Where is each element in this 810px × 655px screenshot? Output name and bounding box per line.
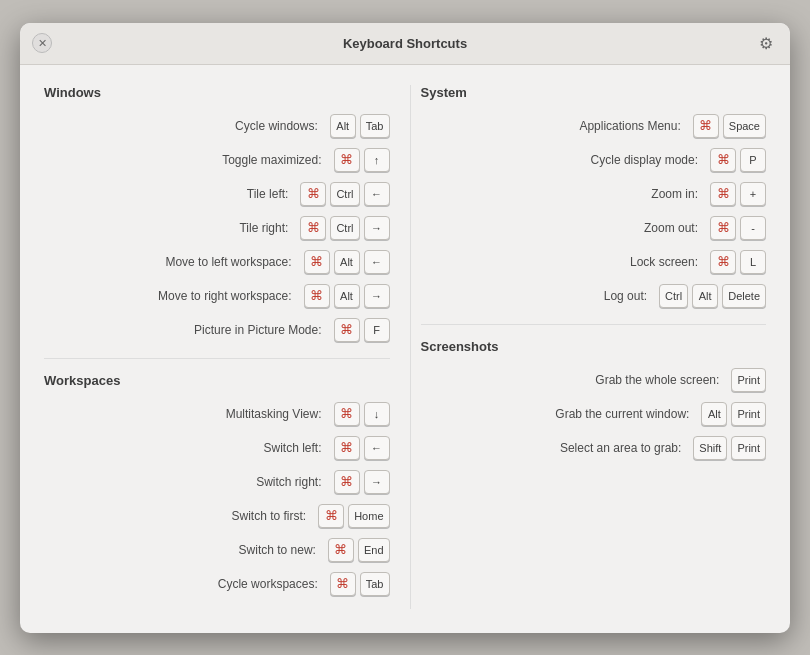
shortcut-switch-left: Switch left: ⌘ ← <box>44 436 390 460</box>
shortcut-tile-left: Tile left: ⌘ Ctrl ← <box>44 182 390 206</box>
key: → <box>364 216 390 240</box>
shortcut-label: Move to right workspace: <box>152 289 292 303</box>
key: + <box>740 182 766 206</box>
shortcut-label: Grab the current window: <box>549 407 689 421</box>
key: ⌘ <box>300 216 326 240</box>
shortcut-label: Multitasking View: <box>182 407 322 421</box>
screenshots-section-title: Screenshots <box>421 339 767 354</box>
key: ⌘ <box>710 182 736 206</box>
section-divider <box>44 358 390 359</box>
key: Ctrl <box>330 182 359 206</box>
shortcut-applications-menu: Applications Menu: ⌘ Space <box>421 114 767 138</box>
shortcut-switch-first: Switch to first: ⌘ Home <box>44 504 390 528</box>
shortcut-grab-whole: Grab the whole screen: Print <box>421 368 767 392</box>
shortcut-log-out: Log out: Ctrl Alt Delete <box>421 284 767 308</box>
key: → <box>364 284 390 308</box>
shortcut-label: Switch to new: <box>176 543 316 557</box>
left-column: Windows Cycle windows: Alt Tab Toggle ma… <box>44 85 410 609</box>
system-section-title: System <box>421 85 767 100</box>
shortcut-label: Zoom in: <box>558 187 698 201</box>
close-icon: ✕ <box>38 37 47 50</box>
key: P <box>740 148 766 172</box>
shortcut-toggle-maximized: Toggle maximized: ⌘ ↑ <box>44 148 390 172</box>
key: ↓ <box>364 402 390 426</box>
window-title: Keyboard Shortcuts <box>343 36 467 51</box>
key: ⌘ <box>334 148 360 172</box>
key: Shift <box>693 436 727 460</box>
shortcut-label: Switch right: <box>182 475 322 489</box>
key: Home <box>348 504 389 528</box>
key: ⌘ <box>710 216 736 240</box>
shortcut-tile-right: Tile right: ⌘ Ctrl → <box>44 216 390 240</box>
key: Space <box>723 114 766 138</box>
shortcut-label: Log out: <box>507 289 647 303</box>
key: ⌘ <box>328 538 354 562</box>
key: Print <box>731 368 766 392</box>
key: Ctrl <box>330 216 359 240</box>
workspaces-section-title: Workspaces <box>44 373 390 388</box>
shortcut-move-right-workspace: Move to right workspace: ⌘ Alt → <box>44 284 390 308</box>
shortcut-label: Cycle display mode: <box>558 153 698 167</box>
key: → <box>364 470 390 494</box>
key: Alt <box>701 402 727 426</box>
shortcut-label: Tile right: <box>148 221 288 235</box>
key: ← <box>364 436 390 460</box>
gear-icon: ⚙ <box>759 34 773 53</box>
shortcut-label: Picture in Picture Mode: <box>182 323 322 337</box>
shortcut-switch-new: Switch to new: ⌘ End <box>44 538 390 562</box>
key: Alt <box>692 284 718 308</box>
key: ⌘ <box>334 402 360 426</box>
key: End <box>358 538 390 562</box>
titlebar: ✕ Keyboard Shortcuts ⚙ <box>20 23 790 65</box>
content-area: Windows Cycle windows: Alt Tab Toggle ma… <box>20 65 790 633</box>
key: ⌘ <box>304 250 330 274</box>
key: Delete <box>722 284 766 308</box>
key: Alt <box>334 284 360 308</box>
shortcut-label: Select an area to grab: <box>541 441 681 455</box>
shortcut-zoom-in: Zoom in: ⌘ + <box>421 182 767 206</box>
key: ⌘ <box>334 470 360 494</box>
shortcut-select-area: Select an area to grab: Shift Print <box>421 436 767 460</box>
key: Tab <box>360 572 390 596</box>
key: Print <box>731 436 766 460</box>
shortcut-label: Zoom out: <box>558 221 698 235</box>
shortcut-move-left-workspace: Move to left workspace: ⌘ Alt ← <box>44 250 390 274</box>
shortcut-grab-window: Grab the current window: Alt Print <box>421 402 767 426</box>
shortcut-cycle-workspaces: Cycle workspaces: ⌘ Tab <box>44 572 390 596</box>
shortcut-multitasking-view: Multitasking View: ⌘ ↓ <box>44 402 390 426</box>
shortcut-pip: Picture in Picture Mode: ⌘ F <box>44 318 390 342</box>
shortcut-label: Switch left: <box>182 441 322 455</box>
key: ← <box>364 182 390 206</box>
key: L <box>740 250 766 274</box>
key: ⌘ <box>710 250 736 274</box>
shortcut-label: Lock screen: <box>558 255 698 269</box>
key: ⌘ <box>318 504 344 528</box>
shortcut-label: Toggle maximized: <box>182 153 322 167</box>
shortcut-label: Cycle windows: <box>178 119 318 133</box>
key: Print <box>731 402 766 426</box>
shortcut-label: Move to left workspace: <box>152 255 292 269</box>
shortcut-switch-right: Switch right: ⌘ → <box>44 470 390 494</box>
key: ⌘ <box>304 284 330 308</box>
shortcut-cycle-display: Cycle display mode: ⌘ P <box>421 148 767 172</box>
key: Alt <box>334 250 360 274</box>
shortcut-lock-screen: Lock screen: ⌘ L <box>421 250 767 274</box>
shortcut-label: Grab the whole screen: <box>579 373 719 387</box>
section-divider <box>421 324 767 325</box>
key: ⌘ <box>334 436 360 460</box>
key: Tab <box>360 114 390 138</box>
key: - <box>740 216 766 240</box>
shortcut-cycle-windows: Cycle windows: Alt Tab <box>44 114 390 138</box>
settings-button[interactable]: ⚙ <box>754 31 778 55</box>
key: ⌘ <box>330 572 356 596</box>
shortcut-zoom-out: Zoom out: ⌘ - <box>421 216 767 240</box>
key: ⌘ <box>693 114 719 138</box>
key: ↑ <box>364 148 390 172</box>
shortcut-label: Switch to first: <box>166 509 306 523</box>
key: Alt <box>330 114 356 138</box>
key: ⌘ <box>300 182 326 206</box>
key: ⌘ <box>710 148 736 172</box>
key: ← <box>364 250 390 274</box>
close-button[interactable]: ✕ <box>32 33 52 53</box>
shortcut-label: Tile left: <box>148 187 288 201</box>
